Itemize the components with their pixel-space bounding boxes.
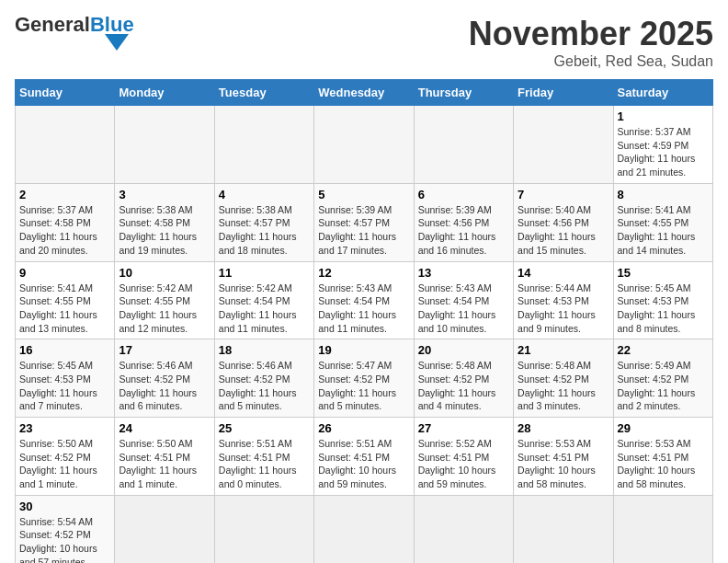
- day-info: Sunrise: 5:44 AM Sunset: 4:53 PM Dayligh…: [518, 282, 609, 336]
- day-info: Sunrise: 5:52 AM Sunset: 4:51 PM Dayligh…: [418, 437, 509, 491]
- calendar-week-4: 16Sunrise: 5:45 AM Sunset: 4:53 PM Dayli…: [16, 339, 713, 418]
- calendar-cell: 16Sunrise: 5:45 AM Sunset: 4:53 PM Dayli…: [16, 339, 115, 418]
- day-info: Sunrise: 5:45 AM Sunset: 4:53 PM Dayligh…: [19, 359, 110, 413]
- title-section: November 2025 Gebeit, Red Sea, Sudan: [469, 15, 713, 70]
- calendar-cell: [314, 106, 414, 184]
- calendar-cell: [16, 106, 115, 184]
- logo-general: General: [15, 15, 90, 35]
- calendar-cell: [115, 106, 214, 184]
- calendar-cell: [514, 495, 613, 563]
- day-number: 10: [119, 266, 210, 280]
- calendar-cell: 10Sunrise: 5:42 AM Sunset: 4:55 PM Dayli…: [115, 261, 214, 339]
- day-info: Sunrise: 5:51 AM Sunset: 4:51 PM Dayligh…: [318, 437, 409, 491]
- calendar-cell: 7Sunrise: 5:40 AM Sunset: 4:56 PM Daylig…: [514, 183, 613, 261]
- calendar-cell: 20Sunrise: 5:48 AM Sunset: 4:52 PM Dayli…: [414, 339, 513, 418]
- day-number: 23: [19, 421, 110, 435]
- day-number: 14: [518, 266, 609, 280]
- header-tuesday: Tuesday: [214, 80, 313, 106]
- calendar-header-row: Sunday Monday Tuesday Wednesday Thursday…: [16, 80, 713, 106]
- calendar-cell: 18Sunrise: 5:46 AM Sunset: 4:52 PM Dayli…: [214, 339, 313, 418]
- calendar-cell: 21Sunrise: 5:48 AM Sunset: 4:52 PM Dayli…: [514, 339, 613, 418]
- day-info: Sunrise: 5:46 AM Sunset: 4:52 PM Dayligh…: [119, 359, 210, 413]
- day-info: Sunrise: 5:37 AM Sunset: 4:58 PM Dayligh…: [19, 203, 110, 258]
- calendar-table: Sunday Monday Tuesday Wednesday Thursday…: [15, 79, 713, 563]
- logo-triangle-icon: [105, 34, 129, 51]
- day-number: 1: [618, 109, 709, 123]
- header-thursday: Thursday: [414, 80, 513, 106]
- day-info: Sunrise: 5:48 AM Sunset: 4:52 PM Dayligh…: [518, 359, 609, 413]
- day-info: Sunrise: 5:37 AM Sunset: 4:59 PM Dayligh…: [618, 125, 709, 179]
- day-info: Sunrise: 5:46 AM Sunset: 4:52 PM Dayligh…: [219, 359, 310, 413]
- day-number: 30: [19, 500, 110, 513]
- day-number: 16: [19, 343, 110, 357]
- calendar-cell: 25Sunrise: 5:51 AM Sunset: 4:51 PM Dayli…: [214, 418, 313, 496]
- header-saturday: Saturday: [613, 80, 712, 106]
- day-number: 9: [19, 266, 110, 280]
- day-number: 26: [318, 421, 409, 435]
- calendar-cell: 24Sunrise: 5:50 AM Sunset: 4:51 PM Dayli…: [115, 418, 214, 496]
- calendar-cell: [613, 495, 712, 563]
- day-info: Sunrise: 5:53 AM Sunset: 4:51 PM Dayligh…: [518, 437, 609, 491]
- day-info: Sunrise: 5:38 AM Sunset: 4:58 PM Dayligh…: [119, 203, 210, 258]
- calendar-week-6: 30Sunrise: 5:54 AM Sunset: 4:52 PM Dayli…: [16, 495, 713, 563]
- calendar-cell: [214, 495, 313, 563]
- calendar-cell: 1Sunrise: 5:37 AM Sunset: 4:59 PM Daylig…: [613, 106, 712, 184]
- header-friday: Friday: [514, 80, 613, 106]
- day-number: 28: [518, 421, 609, 435]
- month-title: November 2025: [469, 15, 713, 53]
- day-number: 2: [19, 188, 110, 201]
- day-info: Sunrise: 5:54 AM Sunset: 4:52 PM Dayligh…: [19, 515, 110, 563]
- day-info: Sunrise: 5:50 AM Sunset: 4:51 PM Dayligh…: [119, 437, 210, 491]
- day-info: Sunrise: 5:39 AM Sunset: 4:56 PM Dayligh…: [418, 203, 509, 258]
- calendar-cell: 19Sunrise: 5:47 AM Sunset: 4:52 PM Dayli…: [314, 339, 414, 418]
- calendar-cell: [414, 106, 513, 184]
- calendar-cell: [115, 495, 214, 563]
- day-number: 15: [618, 266, 709, 280]
- calendar-cell: 15Sunrise: 5:45 AM Sunset: 4:53 PM Dayli…: [613, 261, 712, 339]
- day-number: 13: [418, 266, 509, 280]
- calendar-cell: 22Sunrise: 5:49 AM Sunset: 4:52 PM Dayli…: [613, 339, 712, 418]
- calendar-cell: 17Sunrise: 5:46 AM Sunset: 4:52 PM Dayli…: [115, 339, 214, 418]
- day-info: Sunrise: 5:45 AM Sunset: 4:53 PM Dayligh…: [618, 282, 709, 336]
- day-info: Sunrise: 5:50 AM Sunset: 4:52 PM Dayligh…: [19, 437, 110, 491]
- calendar-cell: [214, 106, 313, 184]
- day-number: 11: [219, 266, 310, 280]
- calendar-cell: [514, 106, 613, 184]
- day-number: 20: [418, 343, 509, 357]
- calendar-cell: 29Sunrise: 5:53 AM Sunset: 4:51 PM Dayli…: [613, 418, 712, 496]
- calendar-week-2: 2Sunrise: 5:37 AM Sunset: 4:58 PM Daylig…: [16, 183, 713, 261]
- day-info: Sunrise: 5:43 AM Sunset: 4:54 PM Dayligh…: [418, 282, 509, 336]
- day-info: Sunrise: 5:41 AM Sunset: 4:55 PM Dayligh…: [19, 282, 110, 336]
- calendar-cell: 3Sunrise: 5:38 AM Sunset: 4:58 PM Daylig…: [115, 183, 214, 261]
- calendar-cell: 28Sunrise: 5:53 AM Sunset: 4:51 PM Dayli…: [514, 418, 613, 496]
- calendar-cell: 12Sunrise: 5:43 AM Sunset: 4:54 PM Dayli…: [314, 261, 414, 339]
- day-info: Sunrise: 5:42 AM Sunset: 4:55 PM Dayligh…: [119, 282, 210, 336]
- calendar-cell: 5Sunrise: 5:39 AM Sunset: 4:57 PM Daylig…: [314, 183, 414, 261]
- calendar-week-3: 9Sunrise: 5:41 AM Sunset: 4:55 PM Daylig…: [16, 261, 713, 339]
- calendar-cell: 4Sunrise: 5:38 AM Sunset: 4:57 PM Daylig…: [214, 183, 313, 261]
- day-number: 27: [418, 421, 509, 435]
- day-info: Sunrise: 5:51 AM Sunset: 4:51 PM Dayligh…: [219, 437, 310, 491]
- day-info: Sunrise: 5:49 AM Sunset: 4:52 PM Dayligh…: [618, 359, 709, 413]
- day-info: Sunrise: 5:53 AM Sunset: 4:51 PM Dayligh…: [618, 437, 709, 491]
- page-header: General Blue November 2025 Gebeit, Red S…: [15, 15, 713, 70]
- calendar-cell: 2Sunrise: 5:37 AM Sunset: 4:58 PM Daylig…: [16, 183, 115, 261]
- day-info: Sunrise: 5:43 AM Sunset: 4:54 PM Dayligh…: [318, 282, 409, 336]
- day-number: 17: [119, 343, 210, 357]
- logo: General Blue: [15, 15, 134, 51]
- calendar-cell: 11Sunrise: 5:42 AM Sunset: 4:54 PM Dayli…: [214, 261, 313, 339]
- day-number: 24: [119, 421, 210, 435]
- day-info: Sunrise: 5:40 AM Sunset: 4:56 PM Dayligh…: [518, 203, 609, 258]
- calendar-cell: 8Sunrise: 5:41 AM Sunset: 4:55 PM Daylig…: [613, 183, 712, 261]
- calendar-cell: 13Sunrise: 5:43 AM Sunset: 4:54 PM Dayli…: [414, 261, 513, 339]
- day-number: 12: [318, 266, 409, 280]
- day-number: 8: [618, 188, 709, 201]
- day-number: 6: [418, 188, 509, 201]
- calendar-week-1: 1Sunrise: 5:37 AM Sunset: 4:59 PM Daylig…: [16, 106, 713, 184]
- calendar-cell: 9Sunrise: 5:41 AM Sunset: 4:55 PM Daylig…: [16, 261, 115, 339]
- day-info: Sunrise: 5:41 AM Sunset: 4:55 PM Dayligh…: [618, 203, 709, 258]
- day-number: 21: [518, 343, 609, 357]
- logo-blue: Blue: [90, 15, 134, 35]
- calendar-cell: 26Sunrise: 5:51 AM Sunset: 4:51 PM Dayli…: [314, 418, 414, 496]
- day-info: Sunrise: 5:38 AM Sunset: 4:57 PM Dayligh…: [219, 203, 310, 258]
